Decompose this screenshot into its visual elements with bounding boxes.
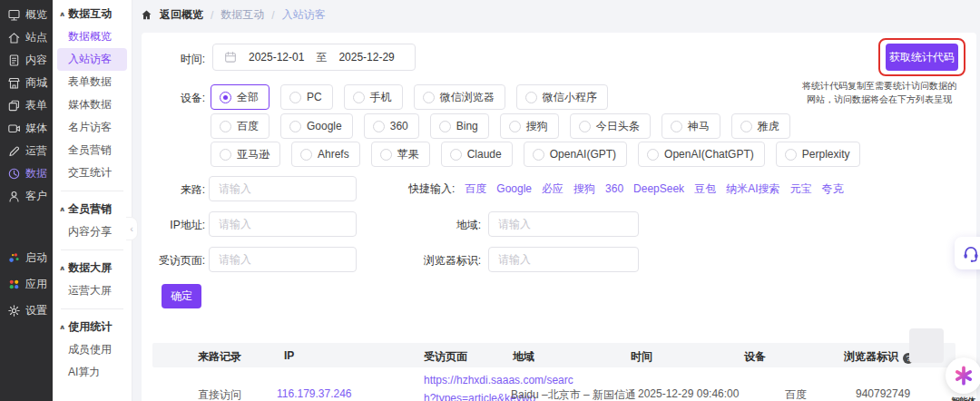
sidebar-bottom-group: 启动应用设置 [0, 245, 53, 324]
radio-option[interactable]: 雅虎 [731, 113, 790, 139]
breadcrumb: 返回概览 / 数据互动 / 入站访客 [141, 7, 326, 23]
radio-option[interactable]: 360 [364, 113, 419, 139]
customer-service-button[interactable] [955, 237, 980, 269]
submenu-item[interactable]: 名片访客 [53, 116, 132, 139]
ip-input[interactable] [209, 211, 357, 237]
submenu-section-label: 使用统计 [68, 319, 112, 335]
sidebar-collapse-handle[interactable]: ‹ [126, 217, 138, 240]
sidebar-item-settings[interactable]: 设置 [0, 298, 53, 324]
submenu-item[interactable]: 交互统计 [53, 161, 132, 184]
quick-link[interactable]: 360 [605, 182, 623, 195]
radio-option[interactable]: 亚马逊 [211, 142, 280, 167]
sidebar-item-content[interactable]: 内容 [0, 49, 53, 72]
referrer-label: 来路: [142, 182, 205, 198]
sidebar-item-operations[interactable]: 运营 [0, 140, 53, 162]
radio-option-label: Bing [456, 120, 478, 132]
radio-option[interactable]: 苹果 [371, 142, 430, 167]
radio-option[interactable]: Claude [441, 142, 513, 167]
sidebar-item-apps[interactable]: 应用 [0, 271, 53, 298]
radio-option[interactable]: OpenAI(ChatGPT) [638, 142, 765, 167]
ai-assistant-button[interactable] [946, 357, 980, 394]
quick-link[interactable]: DeepSeek [633, 182, 684, 195]
radio-option[interactable]: Bing [430, 113, 489, 139]
caret-up-icon: ∧ [59, 206, 65, 213]
sidebar-item-site[interactable]: 站点 [0, 26, 53, 49]
table-header-label: 地域 [513, 350, 534, 363]
radio-option-label: OpenAI(ChatGPT) [664, 148, 754, 161]
radio-option[interactable]: 今日头条 [570, 113, 651, 139]
sidebar-item-launch[interactable]: 启动 [0, 245, 53, 271]
quick-link[interactable]: 元宝 [789, 181, 811, 197]
sidebar-item-form[interactable]: 表单 [0, 94, 53, 117]
sidebar-item-data[interactable]: 数据 [0, 162, 53, 185]
breadcrumb-separator: / [211, 9, 213, 22]
radio-icon [579, 121, 591, 132]
radio-option[interactable]: Google [280, 113, 353, 139]
referrer-input[interactable] [209, 176, 357, 201]
date-start-value[interactable]: 2025-12-01 [249, 51, 304, 64]
radio-option-label: 神马 [688, 119, 710, 134]
submenu-item[interactable]: 表单数据 [53, 71, 132, 93]
submenu-section-data-screen[interactable]: ∧数据大屏 [53, 257, 132, 279]
region-input[interactable] [488, 211, 639, 237]
radio-option-label: Google [307, 120, 342, 132]
submenu-item[interactable]: 入站访客 [57, 48, 127, 71]
radio-option[interactable]: 微信小程序 [516, 84, 608, 110]
radio-option-label: 微信浏览器 [440, 90, 495, 105]
quick-link[interactable]: Google [496, 182, 532, 195]
date-to-label: 至 [316, 50, 327, 65]
sidebar-item-mall[interactable]: 商城 [0, 72, 53, 94]
sidebar-item-overview[interactable]: 概览 [0, 4, 53, 26]
breadcrumb-section-link[interactable]: 数据互动 [220, 7, 264, 23]
radio-option-label: 亚马逊 [237, 147, 270, 162]
radio-option[interactable]: PC [280, 84, 333, 110]
submenu-item[interactable]: 全员营销 [53, 139, 132, 161]
browser-id-input[interactable] [488, 247, 639, 272]
submenu-item[interactable]: 运营大屏 [53, 279, 132, 302]
radio-icon [353, 92, 365, 103]
launch-icon [7, 251, 21, 265]
quick-link[interactable]: 纳米AI搜索 [726, 181, 779, 197]
table-header-cell: 浏览器标识? [844, 349, 914, 365]
submenu-item[interactable]: 媒体数据 [53, 93, 132, 116]
radio-icon [525, 92, 537, 103]
table-header-cell: 设备 [744, 349, 766, 365]
sidebar-item-label: 数据 [25, 166, 47, 181]
submenu-section-usage-stats[interactable]: ∧使用统计 [53, 316, 132, 338]
table-cell-ip[interactable]: 116.179.37.246 [277, 387, 352, 400]
headset-icon [961, 243, 980, 263]
submenu-item[interactable]: AI算力 [53, 361, 132, 384]
radio-option[interactable]: Ahrefs [291, 142, 360, 167]
breadcrumb-back-link[interactable]: 返回概览 [160, 7, 203, 23]
submenu-section-data-interaction[interactable]: ∧数据互动 [53, 3, 132, 25]
submenu-item[interactable]: 成员使用 [53, 338, 132, 361]
quick-link[interactable]: 夸克 [821, 181, 843, 197]
sidebar-item-media[interactable]: 媒体 [0, 117, 53, 140]
get-stats-code-button[interactable]: 获取统计代码 [886, 44, 958, 71]
date-end-value[interactable]: 2025-12-29 [338, 51, 394, 64]
quick-link[interactable]: 百度 [465, 181, 486, 197]
radio-option[interactable]: Perplexity [776, 142, 861, 167]
submenu-item[interactable]: 数据概览 [53, 25, 132, 48]
radio-option[interactable]: 微信浏览器 [414, 84, 505, 110]
sidebar-item-label: 站点 [25, 30, 47, 45]
quick-link[interactable]: 搜狗 [573, 181, 595, 197]
region-label: 地域: [387, 218, 481, 233]
radio-option[interactable]: OpenAI(GPT) [524, 142, 627, 167]
submenu-item[interactable]: 内容分享 [53, 220, 132, 243]
primary-sidebar: 概览站点内容商城表单媒体运营数据客户 启动应用设置 [0, 0, 53, 401]
quick-link[interactable]: 必应 [542, 181, 564, 197]
radio-option[interactable]: 百度 [211, 113, 270, 139]
radio-option-label: 百度 [237, 119, 259, 134]
visited-page-input[interactable] [209, 247, 357, 272]
stats-code-note: 将统计代码复制至需要统计访问数据的 网站，访问数据将会在下方列表呈现 [784, 80, 975, 106]
radio-option[interactable]: 神马 [662, 113, 720, 139]
radio-option[interactable]: 全部 [211, 84, 270, 110]
submenu-section-staff-marketing[interactable]: ∧全员营销 [53, 198, 132, 220]
sidebar-item-customer[interactable]: 客户 [0, 185, 53, 208]
quick-link[interactable]: 豆包 [694, 181, 716, 197]
radio-option[interactable]: 手机 [344, 84, 403, 110]
date-range-picker[interactable]: 2025-12-01 至 2025-12-29 [212, 44, 416, 71]
radio-option[interactable]: 搜狗 [500, 113, 559, 139]
confirm-button[interactable]: 确定 [162, 284, 201, 308]
